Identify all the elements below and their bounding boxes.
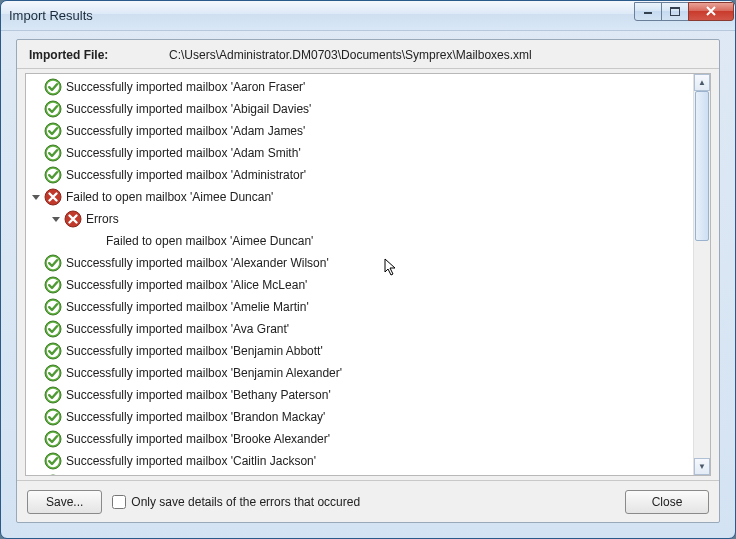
titlebar[interactable]: Import Results [1,1,735,31]
tree-row[interactable]: Errors [26,208,693,230]
tree-row-text: Successfully imported mailbox 'Adam Jame… [66,124,305,138]
vertical-scrollbar[interactable]: ▲ ▼ [693,74,710,475]
scroll-track[interactable] [694,91,710,458]
success-check-icon [44,342,62,360]
success-check-icon [44,78,62,96]
results-tree[interactable]: Successfully imported mailbox 'Aaron Fra… [26,74,693,475]
only-errors-option: Only save details of the errors that occ… [112,495,615,509]
save-button[interactable]: Save... [27,490,102,514]
tree-row[interactable]: Successfully imported mailbox 'Aaron Fra… [26,76,693,98]
no-icon [84,232,102,250]
success-check-icon [44,166,62,184]
tree-row[interactable]: Successfully imported mailbox 'Alexander… [26,252,693,274]
minimize-icon [643,7,653,15]
client-area: Imported File: C:\Users\Administrator.DM… [16,39,720,523]
window-controls [635,2,734,22]
tree-row-text: Successfully imported mailbox 'Amelie Ma… [66,300,309,314]
success-check-icon [44,430,62,448]
success-check-icon [44,364,62,382]
success-check-icon [44,122,62,140]
window-title: Import Results [9,8,635,23]
only-errors-checkbox[interactable] [112,495,126,509]
expander-open-icon[interactable] [30,191,42,203]
success-check-icon [44,298,62,316]
tree-row-text: Successfully imported mailbox 'Ava Grant… [66,322,289,336]
success-check-icon [44,320,62,338]
svg-rect-2 [670,7,680,9]
imported-file-label: Imported File: [29,48,169,62]
scroll-thumb[interactable] [695,91,709,241]
tree-row[interactable]: Successfully imported mailbox 'Brandon M… [26,406,693,428]
results-tree-panel: Successfully imported mailbox 'Aaron Fra… [25,73,711,476]
tree-row[interactable]: Successfully imported mailbox 'Benjamin … [26,340,693,362]
svg-rect-0 [644,12,652,14]
window-close-button[interactable] [688,2,734,21]
tree-row[interactable]: Successfully imported mailbox 'Brooke Al… [26,428,693,450]
tree-row[interactable]: Successfully imported mailbox 'Abigail D… [26,98,693,120]
tree-row[interactable]: Successfully imported mailbox 'Administr… [26,164,693,186]
tree-row-text: Successfully imported mailbox 'Alice McL… [66,278,307,292]
maximize-button[interactable] [661,2,689,21]
scroll-up-button[interactable]: ▲ [694,74,710,91]
tree-row[interactable]: Successfully imported mailbox 'Caitlin J… [26,450,693,472]
indent [30,219,50,220]
imported-file-path: C:\Users\Administrator.DM0703\Documents\… [169,48,532,62]
tree-row[interactable]: Failed to open mailbox 'Aimee Duncan' [26,230,693,252]
tree-row-text: Successfully imported mailbox 'Abigail D… [66,102,311,116]
success-check-icon [44,408,62,426]
tree-row-text: Successfully imported mailbox 'Benjamin … [66,366,342,380]
tree-row[interactable]: Successfully imported mailbox 'Alice McL… [26,274,693,296]
tree-row-text: Successfully imported mailbox 'Alexander… [66,256,329,270]
tree-row-text: Successfully imported mailbox 'Administr… [66,168,306,182]
import-results-window: Import Results Imported File: C:\Users\A… [0,0,736,539]
tree-row[interactable]: Successfully imported mailbox 'Ava Grant… [26,318,693,340]
expander-open-icon[interactable] [50,213,62,225]
tree-row[interactable]: Successfully imported mailbox 'Adam Smit… [26,142,693,164]
success-check-icon [44,276,62,294]
success-check-icon [44,100,62,118]
tree-row[interactable]: Failed to open mailbox 'Aimee Duncan' [26,186,693,208]
tree-row[interactable]: Successfully imported mailbox 'Adam Jame… [26,120,693,142]
minimize-button[interactable] [634,2,662,21]
success-check-icon [44,254,62,272]
indent [30,241,50,242]
tree-row-text: Successfully imported mailbox 'Brooke Al… [66,432,330,446]
error-x-icon [64,210,82,228]
tree-row-text: Successfully imported mailbox 'Aaron Fra… [66,80,305,94]
success-check-icon [44,144,62,162]
tree-row-text: Failed to open mailbox 'Aimee Duncan' [66,190,273,204]
scroll-down-button[interactable]: ▼ [694,458,710,475]
maximize-icon [670,7,680,16]
tree-row-text: Successfully imported mailbox 'Bethany P… [66,388,331,402]
success-check-icon [44,474,62,475]
success-check-icon [44,386,62,404]
only-errors-label[interactable]: Only save details of the errors that occ… [131,495,360,509]
indent [50,241,70,242]
tree-row-text: Failed to open mailbox 'Aimee Duncan' [106,234,313,248]
tree-row-text: Errors [86,212,119,226]
tree-row-text: Successfully imported mailbox 'Caitlin J… [66,454,316,468]
tree-row-text: Successfully imported mailbox 'Benjamin … [66,344,323,358]
imported-file-header: Imported File: C:\Users\Administrator.DM… [17,40,719,69]
tree-row[interactable]: Successfully imported mailbox 'Amelie Ma… [26,296,693,318]
dialog-footer: Save... Only save details of the errors … [17,480,719,522]
tree-row[interactable]: Successfully imported mailbox 'Benjamin … [26,362,693,384]
error-x-icon [44,188,62,206]
close-button[interactable]: Close [625,490,709,514]
success-check-icon [44,452,62,470]
close-icon [705,6,717,16]
tree-row-text: Successfully imported mailbox 'Adam Smit… [66,146,301,160]
tree-row-text: Successfully imported mailbox 'Brandon M… [66,410,325,424]
tree-row[interactable]: Successfully imported mailbox 'Cameron M… [26,472,693,475]
tree-row[interactable]: Successfully imported mailbox 'Bethany P… [26,384,693,406]
